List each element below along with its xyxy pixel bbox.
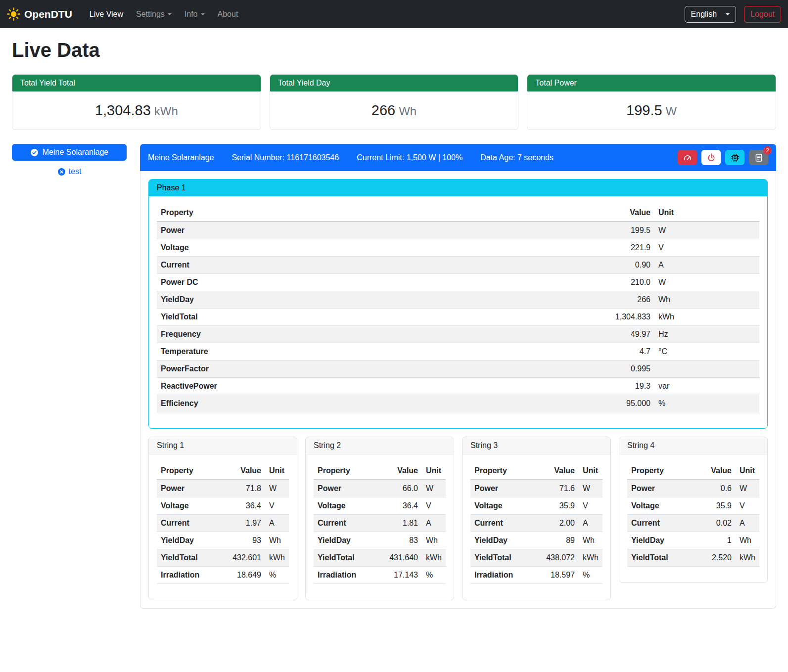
inverter-panel-body: Phase 1 Property Value Unit Power199.5WV… (140, 171, 776, 609)
string-card-body: Property Value Unit Power71.8WVoltage36.… (149, 454, 297, 600)
table-row: Voltage221.9V (157, 239, 759, 257)
inverter-test-link[interactable]: test (12, 167, 127, 176)
power-button[interactable] (701, 150, 721, 165)
property-cell: YieldTotal (314, 549, 374, 567)
value-cell: 431.640 (374, 549, 422, 567)
value-cell: 93 (218, 532, 265, 549)
value-cell: 36.4 (218, 497, 265, 515)
unit-cell: kWh (579, 549, 603, 567)
string-card-body: Property Value Unit Power0.6WVoltage35.9… (619, 454, 767, 582)
property-cell: YieldDay (157, 532, 218, 549)
summary-card-total-yield-day: Total Yield Day 266Wh (270, 74, 519, 130)
string-title: String 3 (463, 437, 610, 454)
table-row: YieldDay89Wh (470, 532, 603, 549)
table-row: YieldTotal1,304.833kWh (157, 309, 759, 326)
unit-header: Unit (654, 204, 759, 222)
unit-cell: Wh (422, 532, 446, 549)
property-cell: Power (470, 480, 531, 497)
property-header: Property (157, 462, 218, 480)
summary-card-total-yield-total: Total Yield Total 1,304.83kWh (12, 74, 261, 130)
summary-card-body: 266Wh (270, 91, 518, 130)
unit-cell: % (654, 395, 759, 412)
value-cell: 0.90 (455, 257, 654, 274)
property-cell: YieldDay (470, 532, 531, 549)
check-circle-icon (30, 148, 39, 157)
limit-settings-button[interactable] (678, 150, 697, 165)
summary-value: 266 (371, 102, 395, 118)
property-cell: Current (470, 515, 531, 532)
table-header-row: Property Value Unit (314, 462, 446, 480)
table-header-row: Property Value Unit (157, 204, 759, 222)
unit-cell: W (265, 480, 289, 497)
events-badge: 2 (763, 146, 772, 155)
inverter-sidebar: Meine Solaranlage test (12, 144, 127, 176)
nav-item-about[interactable]: About (211, 6, 245, 23)
unit-cell: Wh (265, 532, 289, 549)
inverter-panel-header: Meine Solaranlage Serial Number: 1161716… (140, 144, 776, 171)
unit-cell: A (265, 515, 289, 532)
value-cell: 18.597 (531, 567, 579, 584)
device-info-button[interactable] (725, 150, 744, 165)
brand[interactable]: OpenDTU (7, 7, 72, 21)
table-row: Power71.6W (470, 480, 603, 497)
panel-actions: 2 (678, 150, 768, 165)
property-cell: Voltage (470, 497, 531, 515)
value-cell: 4.7 (455, 343, 654, 360)
inverter-name: Meine Solaranlage (148, 153, 214, 162)
value-cell: 19.3 (455, 378, 654, 395)
summary-card-total-power: Total Power 199.5W (527, 74, 776, 130)
table-row: Irradiation17.143% (314, 567, 446, 584)
summary-unit: W (666, 104, 677, 118)
value-cell: 1.81 (374, 515, 422, 532)
property-cell: Power (314, 480, 374, 497)
summary-card-title: Total Power (527, 75, 776, 91)
value-cell: 35.9 (694, 497, 736, 515)
unit-cell: % (422, 567, 446, 584)
logout-button[interactable]: Logout (744, 6, 781, 23)
table-row: YieldTotal2.520kWh (627, 549, 759, 567)
inverter-panel: Meine Solaranlage Serial Number: 1161716… (140, 144, 776, 609)
table-row: Power66.0W (314, 480, 446, 497)
table-row: YieldDay93Wh (157, 532, 289, 549)
table-header-row: Property Value Unit (627, 462, 759, 480)
table-header-row: Property Value Unit (157, 462, 289, 480)
unit-cell: W (654, 274, 759, 291)
phase-title: Phase 1 (149, 179, 767, 196)
string-table: Property Value Unit Power71.6WVoltage35.… (470, 462, 603, 584)
language-select[interactable]: English (685, 6, 736, 23)
serial-number: Serial Number: 116171603546 (232, 153, 339, 162)
table-row: Irradiation18.597% (470, 567, 603, 584)
string-title: String 2 (306, 437, 454, 454)
table-row: Current0.02A (627, 515, 759, 532)
property-header: Property (470, 462, 531, 480)
unit-header: Unit (422, 462, 446, 480)
value-cell: 1,304.833 (455, 309, 654, 326)
gauge-icon (683, 153, 692, 162)
value-cell: 66.0 (374, 480, 422, 497)
unit-cell: Wh (736, 532, 759, 549)
property-cell: Irradiation (470, 567, 531, 584)
property-header: Property (314, 462, 374, 480)
property-cell: Frequency (157, 326, 455, 343)
unit-cell: V (654, 239, 759, 257)
data-age: Data Age: 7 seconds (480, 153, 554, 162)
summary-value: 1,304.83 (95, 102, 151, 118)
unit-cell: V (265, 497, 289, 515)
string-title: String 4 (619, 437, 767, 454)
table-row: Power71.8W (157, 480, 289, 497)
unit-header: Unit (579, 462, 603, 480)
table-header-row: Property Value Unit (470, 462, 603, 480)
phase-card-body: Property Value Unit Power199.5WVoltage22… (149, 196, 767, 428)
value-header: Value (374, 462, 422, 480)
nav-item-info[interactable]: Info (178, 6, 211, 23)
unit-cell: kWh (654, 309, 759, 326)
property-cell: YieldTotal (157, 309, 455, 326)
inverter-select-button[interactable]: Meine Solaranlage (12, 144, 127, 161)
power-icon (707, 153, 716, 162)
table-row: PowerFactor0.995 (157, 360, 759, 378)
table-row: Current0.90A (157, 257, 759, 274)
events-button[interactable]: 2 (749, 150, 768, 165)
value-cell: 1.97 (218, 515, 265, 532)
nav-item-live-view[interactable]: Live View (83, 6, 130, 23)
nav-item-settings[interactable]: Settings (130, 6, 178, 23)
